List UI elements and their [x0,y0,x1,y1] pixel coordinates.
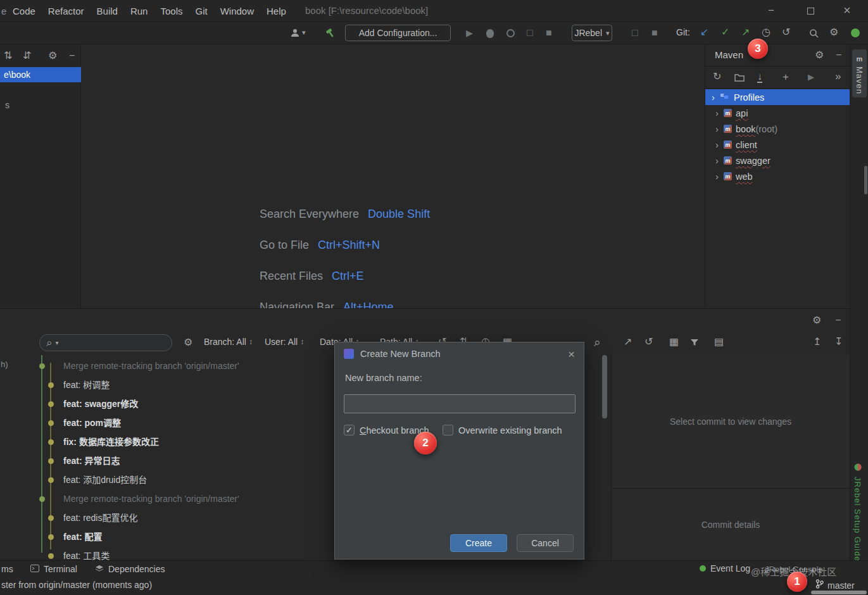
project-tree-selected-row[interactable]: e\book [0,67,81,82]
maven-settings-icon[interactable]: ⚙ [815,50,824,60]
close-button[interactable]: × [843,4,851,16]
user-icon[interactable] [290,28,300,41]
commit-row[interactable]: feat: redis配置优化 [63,508,336,527]
cancel-button[interactable]: Cancel [517,534,574,552]
commit-row[interactable]: feat: 树调整 [63,375,336,394]
commit-list-scrollbar-thumb[interactable] [602,355,607,418]
view-rows-icon[interactable]: ▤ [714,337,724,347]
menu-item-help[interactable]: Help [260,0,292,22]
profiler-icon[interactable] [506,29,515,37]
debug-bug-icon[interactable] [486,29,494,38]
commit-row[interactable]: fix: 数据库连接参数改正 [63,432,336,451]
collapse-all-icon[interactable]: ⇵ [23,51,31,61]
git-commit-icon[interactable]: ✓ [721,27,729,37]
search-settings-gear-icon[interactable]: ⚙ [184,337,192,348]
maven-run-icon[interactable]: ▶ [808,73,814,81]
commit-row[interactable]: feat: 配置 [63,527,336,546]
filter-funnel-icon[interactable] [690,338,699,349]
rebel-sync-icon[interactable]: □ [632,28,638,38]
chevron-right-icon[interactable]: › [715,124,719,134]
horizontal-scrollbar-thumb[interactable] [811,591,867,594]
run-icon[interactable]: ▶ [466,28,473,37]
branch-filter[interactable]: Branch: All ↕ [204,337,253,347]
maven-more-icon[interactable]: » [835,71,841,82]
maven-refresh-icon[interactable]: ↻ [713,72,721,82]
minimize-button[interactable]: − [768,5,774,16]
git-update-icon[interactable]: ↙ [700,27,708,37]
git-panel-settings-icon[interactable]: ⚙ [812,315,821,325]
commit-row[interactable]: feat: 添加druid控制台 [63,470,336,489]
tool-square-icon[interactable]: ■ [546,28,552,38]
terminal-tab[interactable]: Terminal [30,563,77,575]
menu-item-tools[interactable]: Tools [154,0,189,22]
commit-row[interactable]: feat: pom调整 [63,413,336,432]
maven-generate-sources-icon[interactable] [734,73,745,84]
maven-tree-item-profiles[interactable]: › Profiles [705,89,850,105]
user-filter[interactable]: User: All ↕ [265,337,304,347]
create-button[interactable]: Create [450,534,507,552]
build-hammer-icon[interactable] [325,28,336,41]
coverage-icon[interactable]: □ [527,28,533,38]
commit-row[interactable]: Merge remote-tracking branch 'origin/mas… [63,489,336,508]
commit-row[interactable]: feat: 工具类 [63,546,336,561]
git-branch-widget[interactable]: master [815,579,855,591]
view-grid-icon[interactable]: ▦ [669,337,679,347]
menu-item-window[interactable]: Window [214,0,260,22]
checkout-checkbox[interactable]: ✓ [344,425,355,435]
dialog-close-icon[interactable]: × [568,348,575,360]
commit-row[interactable]: feat: swagger修改 [63,394,336,413]
collapse-details-icon[interactable]: ↧ [834,337,843,347]
log-search-field[interactable]: ⌕ ▾ [39,334,172,351]
maven-tree-item-book[interactable]: › m book (root) [705,121,850,137]
chevron-right-icon[interactable]: › [715,108,719,118]
maven-tree-item-client[interactable]: › m client [705,137,850,153]
maven-add-icon[interactable]: + [783,72,789,82]
panel-settings-icon[interactable]: ⚙ [48,51,57,61]
editor-scrollbar-thumb[interactable] [864,166,867,194]
chevron-right-icon[interactable]: › [715,172,719,181]
statusbar-left-fragment[interactable]: ms [1,564,13,574]
maximize-button[interactable] [807,8,814,15]
maven-tool-window-button[interactable]: m Maven [852,49,867,97]
jrebel-dropdown[interactable]: JRebel ▾ [572,25,612,41]
maven-tree-item-web[interactable]: › m web [705,168,850,184]
maven-tree-item-api[interactable]: › m api [705,105,850,121]
search-icon[interactable] [809,28,819,41]
settings-gear-icon[interactable]: ⚙ [829,27,838,37]
maven-tree-item-swagger[interactable]: › m swagger [705,153,850,168]
log-search-icon[interactable]: ⌕ [594,336,601,348]
maven-download-sources-icon[interactable]: ↓ [757,72,762,83]
dialog-titlebar[interactable]: Create New Branch × [335,342,584,365]
ide-updates-icon[interactable] [851,28,860,37]
hide-panel-icon[interactable]: − [69,51,75,61]
project-tree-row-fragment[interactable]: s [5,100,9,110]
select-opened-file-icon[interactable]: ⇅ [4,51,12,61]
expand-details-icon[interactable]: ↥ [813,337,821,347]
menu-item-code[interactable]: Code [6,0,42,22]
git-history-icon[interactable]: ◷ [762,27,771,37]
chevron-right-icon[interactable]: › [712,92,715,102]
commit-row[interactable]: Merge remote-tracking branch 'origin/mas… [63,356,336,375]
commit-row[interactable]: feat: 异常日志 [63,451,336,470]
maven-hide-icon[interactable]: − [836,50,841,60]
git-push-icon[interactable]: ↗ [741,27,750,37]
user-dropdown-icon[interactable]: ▾ [302,29,306,36]
log-goto-icon[interactable]: ↗ [624,337,632,347]
overwrite-checkbox[interactable] [443,425,453,435]
event-log-button[interactable]: Event Log [700,563,750,573]
overwrite-branch-option[interactable]: Overwrite existing branch [443,425,562,435]
jrebel-setup-guide-button[interactable]: JRebel Setup Guide [853,462,862,561]
chevron-right-icon[interactable]: › [715,156,719,165]
git-rollback-icon[interactable]: ↺ [782,27,790,37]
checkout-branch-option[interactable]: ✓ Checkout branch [344,425,429,435]
menu-item-run[interactable]: Run [124,0,154,22]
log-restore-icon[interactable]: ↺ [645,337,653,347]
dependencies-tab[interactable]: Dependencies [95,563,165,575]
menu-item-refactor[interactable]: Refactor [42,0,91,22]
branch-name-input[interactable] [344,394,576,413]
menu-item-git[interactable]: Git [189,0,213,22]
menu-item-build[interactable]: Build [91,0,124,22]
git-panel-hide-icon[interactable]: − [835,315,841,325]
rebel-stop-icon[interactable]: ■ [651,28,658,38]
chevron-right-icon[interactable]: › [715,140,719,149]
